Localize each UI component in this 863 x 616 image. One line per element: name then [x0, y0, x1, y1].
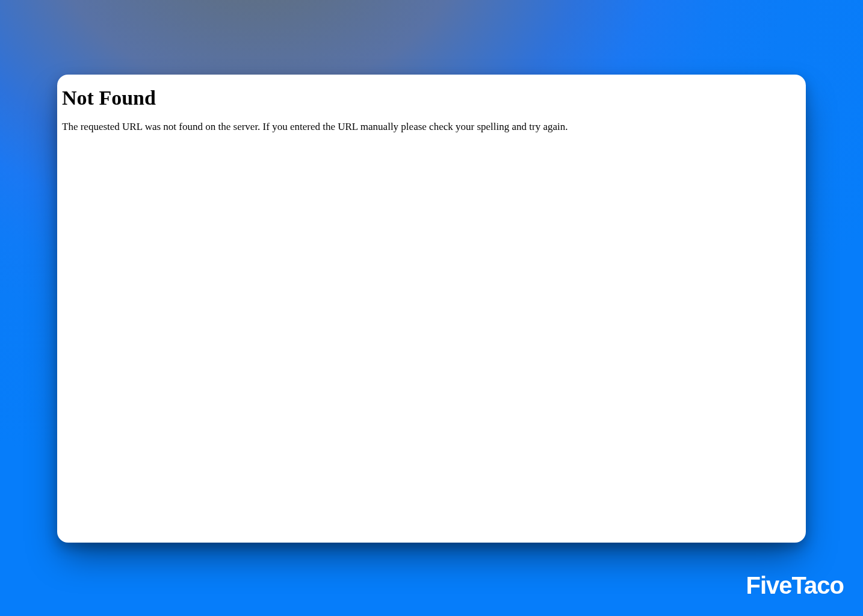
error-message: The requested URL was not found on the s… — [62, 120, 801, 134]
brand-logo: FiveTaco — [746, 572, 844, 599]
error-card: Not Found The requested URL was not foun… — [57, 75, 806, 543]
error-heading: Not Found — [62, 87, 801, 109]
